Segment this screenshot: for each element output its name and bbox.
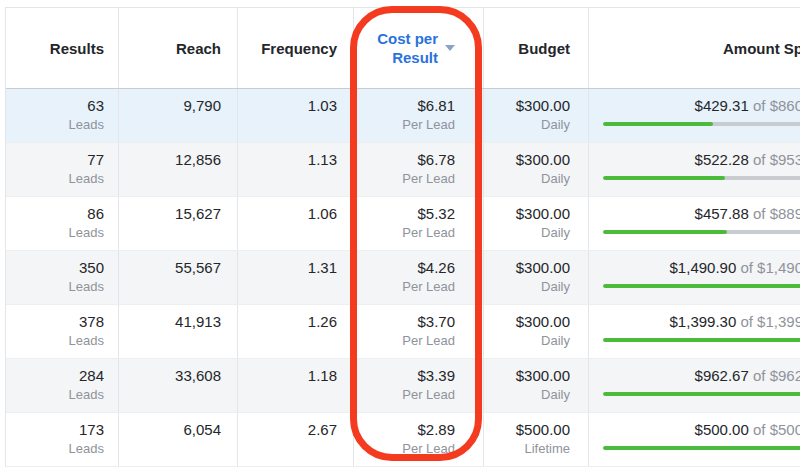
budget-value: $300.00: [484, 258, 570, 278]
results-unit-label: Leads: [6, 386, 104, 404]
results-value: 378: [6, 312, 104, 332]
cell-amount-spent: $429.31 of $860: [589, 89, 800, 142]
frequency-value: 1.03: [238, 96, 337, 116]
spend-progress-bar: [603, 338, 800, 342]
spent-of-total: of $953: [753, 151, 800, 168]
sort-descending-icon: [445, 45, 455, 51]
spend-progress-fill: [603, 338, 800, 342]
spend-progress-bar: [603, 230, 800, 234]
cost-per-result-label: Cost per Result: [377, 29, 438, 67]
results-unit-label: Leads: [6, 440, 104, 458]
cell-cost-per-result: $6.78 Per Lead: [354, 143, 484, 196]
cell-results: 77 Leads: [6, 143, 119, 196]
cell-amount-spent: $522.28 of $953: [589, 143, 800, 196]
spend-progress-bar: [603, 284, 800, 288]
cell-results: 173 Leads: [6, 413, 119, 466]
cell-frequency: 1.03: [238, 89, 354, 142]
cost-per-result-value: $3.70: [354, 312, 455, 332]
budget-value: $300.00: [484, 204, 570, 224]
cell-frequency: 2.67: [238, 413, 354, 466]
table-row[interactable]: 173 Leads 6,054 2.67 $2.89 Per Lead $500…: [6, 413, 800, 467]
budget-type-label: Daily: [484, 170, 570, 188]
results-unit-label: Leads: [6, 116, 104, 134]
budget-value: $300.00: [484, 96, 570, 116]
frequency-value: 1.26: [238, 312, 337, 332]
cell-reach: 9,790: [119, 89, 238, 142]
cell-frequency: 1.31: [238, 251, 354, 304]
results-unit-label: Leads: [6, 278, 104, 296]
cost-unit-label: Per Lead: [354, 170, 455, 188]
column-header-frequency[interactable]: Frequency: [238, 8, 354, 88]
budget-type-label: Daily: [484, 332, 570, 350]
cell-amount-spent: $457.88 of $889: [589, 197, 800, 250]
reach-value: 41,913: [119, 312, 221, 332]
spent-of-total: of $889: [753, 205, 800, 222]
campaign-results-table: Results Reach Frequency Cost per Result …: [5, 7, 800, 467]
table-row[interactable]: 350 Leads 55,567 1.31 $4.26 Per Lead $30…: [6, 251, 800, 305]
table-row[interactable]: 63 Leads 9,790 1.03 $6.81 Per Lead $300.…: [6, 89, 800, 143]
amount-spent-text: $522.28 of $953: [589, 150, 800, 170]
spend-progress-bar: [603, 176, 800, 180]
column-header-amount-spent[interactable]: Amount Sp: [589, 8, 800, 88]
amount-spent-text: $962.67 of $962: [589, 366, 800, 386]
cell-frequency: 1.13: [238, 143, 354, 196]
cell-results: 350 Leads: [6, 251, 119, 304]
cell-budget: $300.00 Daily: [484, 89, 589, 142]
spend-progress-bar: [603, 122, 800, 126]
cell-frequency: 1.06: [238, 197, 354, 250]
spent-value: $457.88: [695, 205, 749, 222]
spent-value: $429.31: [695, 97, 749, 114]
budget-value: $500.00: [484, 420, 570, 440]
budget-type-label: Daily: [484, 116, 570, 134]
cost-per-result-value: $4.26: [354, 258, 455, 278]
spent-value: $522.28: [695, 151, 749, 168]
cost-per-result-value: $6.81: [354, 96, 455, 116]
amount-spent-text: $1,399.30 of $1,399: [589, 312, 800, 332]
spent-value: $962.67: [695, 367, 749, 384]
frequency-value: 1.06: [238, 204, 337, 224]
cell-budget: $300.00 Daily: [484, 251, 589, 304]
results-value: 77: [6, 150, 104, 170]
column-header-cost-per-result[interactable]: Cost per Result: [354, 8, 484, 88]
cell-reach: 12,856: [119, 143, 238, 196]
cost-per-result-value: $6.78: [354, 150, 455, 170]
cell-results: 86 Leads: [6, 197, 119, 250]
column-header-budget[interactable]: Budget: [484, 8, 589, 88]
table-row[interactable]: 284 Leads 33,608 1.18 $3.39 Per Lead $30…: [6, 359, 800, 413]
column-header-reach[interactable]: Reach: [119, 8, 238, 88]
column-header-results[interactable]: Results: [6, 8, 119, 88]
amount-spent-text: $1,490.90 of $1,490: [589, 258, 800, 278]
cost-per-result-label-line2: Result: [377, 48, 438, 67]
spend-progress-bar: [603, 392, 800, 396]
amount-spent-text: $457.88 of $889: [589, 204, 800, 224]
results-unit-label: Leads: [6, 170, 104, 188]
cost-per-result-value: $5.32: [354, 204, 455, 224]
budget-type-label: Daily: [484, 278, 570, 296]
spent-of-total: of $1,399: [740, 313, 800, 330]
cell-cost-per-result: $6.81 Per Lead: [354, 89, 484, 142]
spent-of-total: of $1,490: [740, 259, 800, 276]
budget-value: $300.00: [484, 312, 570, 332]
reach-value: 33,608: [119, 366, 221, 386]
budget-type-label: Lifetime: [484, 440, 570, 458]
table-header-row: Results Reach Frequency Cost per Result …: [6, 8, 800, 89]
spent-value: $1,399.30: [670, 313, 737, 330]
cost-unit-label: Per Lead: [354, 386, 455, 404]
cell-budget: $300.00 Daily: [484, 143, 589, 196]
cell-cost-per-result: $3.70 Per Lead: [354, 305, 484, 358]
table-row[interactable]: 77 Leads 12,856 1.13 $6.78 Per Lead $300…: [6, 143, 800, 197]
results-unit-label: Leads: [6, 224, 104, 242]
table-row[interactable]: 378 Leads 41,913 1.26 $3.70 Per Lead $30…: [6, 305, 800, 359]
results-value: 284: [6, 366, 104, 386]
reach-value: 12,856: [119, 150, 221, 170]
frequency-value: 2.67: [238, 420, 337, 440]
results-value: 350: [6, 258, 104, 278]
cell-cost-per-result: $5.32 Per Lead: [354, 197, 484, 250]
cell-amount-spent: $1,399.30 of $1,399: [589, 305, 800, 358]
cell-cost-per-result: $4.26 Per Lead: [354, 251, 484, 304]
cost-per-result-label-line1: Cost per: [377, 29, 438, 48]
cell-frequency: 1.18: [238, 359, 354, 412]
cell-reach: 33,608: [119, 359, 238, 412]
table-row[interactable]: 86 Leads 15,627 1.06 $5.32 Per Lead $300…: [6, 197, 800, 251]
budget-value: $300.00: [484, 366, 570, 386]
